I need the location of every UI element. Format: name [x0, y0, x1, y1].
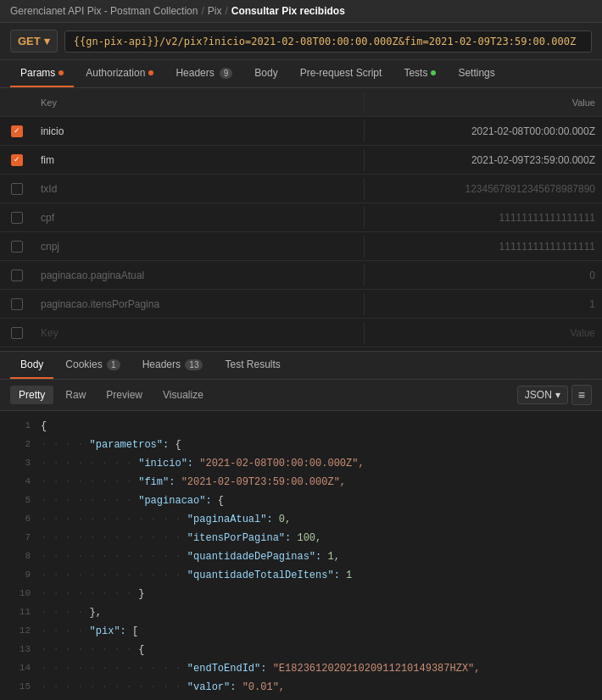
- param-key-txid[interactable]: txId: [34, 178, 365, 200]
- json-line-1: 1{: [0, 418, 602, 436]
- json-line-9: 9· · · · · · · · · · · · "quantidadeTota…: [0, 567, 602, 586]
- fmt-tab-preview[interactable]: Preview: [98, 386, 151, 404]
- json-line-10: 10· · · · · · · · }: [0, 586, 602, 604]
- param-check-fim[interactable]: [0, 154, 34, 166]
- param-key-paginaAtual[interactable]: paginacao.paginaAtual: [34, 264, 365, 286]
- line-content: · · · · · · · · · · · · "quantidadeTotal…: [41, 567, 595, 584]
- param-check-inicio[interactable]: [0, 125, 34, 137]
- url-bar: GET ▾: [0, 23, 602, 60]
- line-content: {: [41, 418, 595, 435]
- tab-prerequest-label: Pre-request Script: [300, 67, 382, 79]
- method-select[interactable]: GET ▾: [10, 30, 58, 53]
- param-value-txid[interactable]: 12345678912345678987890: [365, 178, 602, 200]
- param-key-cpf[interactable]: cpf: [34, 207, 365, 229]
- line-number: 4: [7, 474, 31, 490]
- param-check-cpf[interactable]: [0, 212, 34, 224]
- tab-settings[interactable]: Settings: [448, 60, 504, 87]
- param-check-paginaAtual[interactable]: [0, 269, 34, 281]
- param-value-inicio[interactable]: 2021-02-08T00:00:00.000Z: [365, 120, 602, 142]
- params-header-row: Key Value: [0, 88, 602, 117]
- new-row-key[interactable]: Key: [34, 322, 365, 344]
- fmt-preview-label: Preview: [106, 389, 142, 401]
- bottom-body-label: Body: [20, 358, 43, 370]
- param-check-txid[interactable]: [0, 183, 34, 195]
- tests-dot: [431, 70, 436, 75]
- auth-dot: [148, 70, 153, 75]
- param-row-fim: fim2021-02-09T23:59:00.000Z: [0, 146, 602, 175]
- json-line-6: 6· · · · · · · · · · · · "paginaAtual": …: [0, 511, 602, 530]
- params-table: Key Value inicio2021-02-08T00:00:00.000Z…: [0, 88, 602, 347]
- checkbox-inicio[interactable]: [11, 125, 23, 137]
- tab-params-label: Params: [20, 67, 55, 79]
- line-content: · · · · · · · · · · · · "itensPorPagina"…: [41, 530, 595, 547]
- checkbox-txid[interactable]: [11, 183, 23, 195]
- param-key-cnpj[interactable]: cnpj: [34, 236, 365, 258]
- headers-badge: 9: [220, 68, 233, 79]
- param-value-itensPorPagina[interactable]: 1: [365, 293, 602, 315]
- checkbox-itensPorPagina[interactable]: [11, 298, 23, 310]
- checkbox-cpf[interactable]: [11, 212, 23, 224]
- fmt-tab-visualize[interactable]: Visualize: [154, 386, 212, 404]
- tab-headers[interactable]: Headers 9: [165, 60, 242, 87]
- line-number: 10: [7, 586, 31, 602]
- param-row-paginaAtual: paginacao.paginaAtual0: [0, 261, 602, 290]
- line-number: 8: [7, 548, 31, 564]
- breadcrumb-collection[interactable]: Gerencianet API Pix - Postman Collection: [10, 5, 198, 17]
- line-content: · · · · · · · · · · · · "quantidadeDePag…: [41, 548, 595, 565]
- tab-body[interactable]: Body: [244, 60, 287, 87]
- line-content: · · · · · · · · · · · · "endToEndId": "E…: [41, 660, 595, 677]
- params-col-key: Key: [34, 92, 365, 113]
- bottom-testresults-label: Test Results: [225, 358, 280, 370]
- param-key-fim[interactable]: fim: [34, 149, 365, 171]
- bottom-tab-headers[interactable]: Headers 13: [132, 352, 214, 379]
- request-tabs: Params Authorization Headers 9 Body Pre-…: [0, 60, 602, 88]
- new-row-value[interactable]: Value: [365, 322, 602, 344]
- tab-authorization[interactable]: Authorization: [75, 60, 164, 87]
- tab-tests[interactable]: Tests: [393, 60, 446, 87]
- fmt-raw-label: Raw: [65, 389, 86, 401]
- param-key-inicio[interactable]: inicio: [34, 120, 365, 142]
- breadcrumb-section[interactable]: Pix: [208, 5, 222, 17]
- line-content: · · · · "pix": [: [41, 623, 595, 640]
- line-number: 9: [7, 567, 31, 583]
- param-check-itensPorPagina[interactable]: [0, 298, 34, 310]
- line-number: 13: [7, 642, 31, 658]
- json-line-12: 12· · · · "pix": [: [0, 623, 602, 642]
- tab-prerequest[interactable]: Pre-request Script: [290, 60, 393, 87]
- param-row-new: Key Value: [0, 319, 602, 347]
- fmt-tab-pretty[interactable]: Pretty: [10, 386, 53, 404]
- line-number: 11: [7, 604, 31, 620]
- url-input[interactable]: [64, 31, 592, 53]
- bottom-tab-testresults[interactable]: Test Results: [215, 352, 290, 379]
- param-value-paginaAtual[interactable]: 0: [365, 264, 602, 286]
- new-row-checkbox[interactable]: [11, 327, 23, 339]
- line-number: 7: [7, 530, 31, 546]
- param-check-cnpj[interactable]: [0, 241, 34, 253]
- cookies-badge: 1: [107, 359, 120, 370]
- param-value-cpf[interactable]: 11111111111111111: [365, 207, 602, 229]
- json-line-2: 2· · · · "parametros": {: [0, 436, 602, 455]
- param-value-cnpj[interactable]: 11111111111111111: [365, 236, 602, 258]
- param-row-txid: txId12345678912345678987890: [0, 175, 602, 203]
- json-line-14: 14· · · · · · · · · · · · "endToEndId": …: [0, 660, 602, 679]
- fmt-tab-raw[interactable]: Raw: [57, 386, 94, 404]
- wrap-button[interactable]: ≡: [571, 385, 592, 405]
- bottom-tab-body[interactable]: Body: [10, 352, 53, 379]
- tab-headers-label: Headers: [176, 67, 214, 79]
- json-line-8: 8· · · · · · · · · · · · "quantidadeDePa…: [0, 548, 602, 567]
- param-value-fim[interactable]: 2021-02-09T23:59:00.000Z: [365, 149, 602, 171]
- line-content: · · · · · · · · "fim": "2021-02-09T23:59…: [41, 474, 595, 491]
- checkbox-cnpj[interactable]: [11, 241, 23, 253]
- tab-tests-label: Tests: [404, 67, 427, 79]
- line-content: · · · · · · · · "paginacao": {: [41, 492, 595, 509]
- checkbox-paginaAtual[interactable]: [11, 269, 23, 281]
- param-row-inicio: inicio2021-02-08T00:00:00.000Z: [0, 117, 602, 146]
- checkbox-fim[interactable]: [11, 154, 23, 166]
- line-number: 2: [7, 436, 31, 453]
- json-line-11: 11· · · · },: [0, 604, 602, 623]
- bottom-tab-cookies[interactable]: Cookies 1: [55, 352, 130, 379]
- param-key-itensPorPagina[interactable]: paginacao.itensPorPagina: [34, 293, 365, 315]
- format-dropdown[interactable]: JSON ▾: [517, 386, 568, 404]
- tab-params[interactable]: Params: [10, 60, 74, 87]
- json-line-5: 5· · · · · · · · "paginacao": {: [0, 492, 602, 511]
